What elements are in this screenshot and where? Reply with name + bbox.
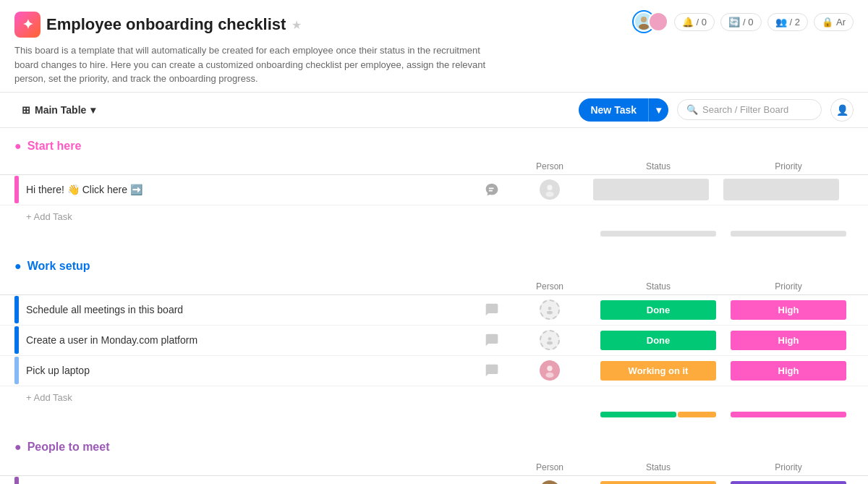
bell-count: / 0 bbox=[697, 17, 707, 27]
svg-point-3 bbox=[546, 192, 554, 197]
task-name: Head of marketing bbox=[26, 479, 483, 484]
task-priority-col: High bbox=[723, 300, 854, 320]
task-row-task-5[interactable]: Head of marketing Working on it Medium bbox=[0, 476, 868, 485]
chat-icon[interactable] bbox=[483, 181, 501, 198]
col-header-person: Person bbox=[506, 161, 593, 171]
person-filter-button[interactable]: 👤 bbox=[830, 98, 854, 122]
favorite-icon[interactable]: ★ bbox=[292, 18, 302, 32]
chat-icon[interactable] bbox=[483, 362, 501, 379]
task-name: Hi there! 👋 Click here ➡️ bbox=[26, 178, 483, 201]
header-stat-updates[interactable]: 🔄 / 0 bbox=[720, 13, 761, 31]
header-stat-bell[interactable]: 🔔 / 0 bbox=[674, 13, 715, 31]
task-color-bar bbox=[14, 296, 19, 323]
status-badge-empty-task-1[interactable] bbox=[593, 179, 709, 200]
chat-icon[interactable] bbox=[483, 301, 501, 318]
column-headers-people-to-meet: Person Status Priority bbox=[0, 459, 868, 476]
group-summary-start-here bbox=[0, 228, 868, 248]
group-title[interactable]: Start here bbox=[27, 140, 82, 153]
task-row-task-2[interactable]: Schedule all meetings in this board Done… bbox=[0, 295, 868, 326]
column-headers-work-setup: Person Status Priority bbox=[0, 279, 868, 295]
task-person-empty[interactable] bbox=[540, 330, 560, 350]
task-status-col: Done bbox=[593, 300, 723, 320]
summary-priority-col bbox=[723, 412, 854, 417]
col-header-person: Person bbox=[506, 462, 593, 472]
group-collapse-icon[interactable]: ● bbox=[14, 441, 22, 454]
priority-badge-empty-task-1[interactable] bbox=[723, 179, 839, 200]
more-label: Ar bbox=[836, 17, 846, 27]
group-collapse-icon[interactable]: ● bbox=[14, 140, 22, 153]
task-name: Create a user in Monday.com platform bbox=[26, 328, 483, 352]
priority-badge-task-3[interactable]: High bbox=[731, 331, 846, 350]
task-row-task-3[interactable]: Create a user in Monday.com platform Don… bbox=[0, 326, 868, 356]
task-name: Pick up laptop bbox=[26, 359, 483, 382]
col-header-status: Status bbox=[593, 161, 723, 171]
app-logo: ✦ bbox=[14, 12, 41, 38]
people-count: / 2 bbox=[790, 17, 800, 27]
group-title[interactable]: People to meet bbox=[27, 441, 110, 454]
updates-count: / 0 bbox=[743, 17, 753, 27]
svg-point-2 bbox=[547, 185, 552, 190]
task-row-task-4[interactable]: Pick up laptop Working on it High bbox=[0, 356, 868, 386]
add-task-label: + Add Task bbox=[26, 211, 72, 222]
new-task-button[interactable]: New Task ▾ bbox=[579, 98, 668, 122]
group-work-setup: ● Work setup Person Status Priority Sche… bbox=[0, 248, 868, 429]
status-badge-task-2[interactable]: Done bbox=[600, 300, 716, 320]
task-person-empty[interactable] bbox=[540, 300, 560, 320]
task-priority-col: High bbox=[723, 361, 854, 381]
toolbar: ⊞ Main Table ▾ New Task ▾ 🔍 Search / Fil… bbox=[0, 93, 868, 128]
svg-point-8 bbox=[547, 366, 552, 371]
task-status-col: Done bbox=[593, 331, 723, 350]
group-collapse-icon[interactable]: ● bbox=[14, 260, 22, 273]
avatar-group[interactable] bbox=[634, 12, 668, 32]
header-stat-more[interactable]: 🔒 Ar bbox=[814, 13, 854, 31]
add-task-label: + Add Task bbox=[26, 392, 72, 403]
status-bars bbox=[600, 231, 716, 237]
avatar-secondary[interactable] bbox=[648, 12, 668, 32]
col-header-priority: Priority bbox=[723, 281, 854, 292]
status-badge-task-4[interactable]: Working on it bbox=[600, 361, 716, 381]
task-person-col bbox=[506, 360, 593, 381]
col-header-status: Status bbox=[593, 462, 723, 472]
group-title[interactable]: Work setup bbox=[27, 260, 90, 273]
task-status-col: Working on it bbox=[593, 361, 723, 381]
status-badge-task-3[interactable]: Done bbox=[600, 331, 716, 350]
priority-badge-task-5[interactable]: Medium bbox=[731, 481, 846, 485]
header-actions: 🔔 / 0 🔄 / 0 👥 / 2 🔒 Ar bbox=[634, 12, 854, 32]
task-person-avatar bbox=[540, 360, 560, 381]
group-people-to-meet: ● People to meet Person Status Priority … bbox=[0, 429, 868, 485]
group-header-work-setup: ● Work setup bbox=[0, 248, 868, 279]
table-chevron-icon: ▾ bbox=[90, 104, 95, 116]
header-description: This board is a template that will autom… bbox=[14, 43, 506, 86]
add-task-button-work-setup[interactable]: + Add Task bbox=[0, 386, 868, 409]
priority-bars bbox=[731, 412, 846, 417]
task-status-col bbox=[593, 179, 723, 200]
task-row-task-1[interactable]: Hi there! 👋 Click here ➡️ bbox=[0, 175, 868, 205]
person-filter-icon: 👤 bbox=[836, 104, 848, 116]
priority-badge-task-2[interactable]: High bbox=[731, 300, 846, 320]
column-headers-start-here: Person Status Priority bbox=[0, 158, 868, 175]
task-person-col bbox=[506, 480, 593, 484]
new-task-label: New Task bbox=[579, 98, 648, 122]
add-task-button-start-here[interactable]: + Add Task bbox=[0, 205, 868, 228]
summary-status-col bbox=[593, 231, 723, 237]
table-selector[interactable]: ⊞ Main Table ▾ bbox=[14, 100, 103, 120]
task-priority-col bbox=[723, 179, 854, 200]
chat-icon[interactable] bbox=[483, 331, 501, 349]
summary-status-bar bbox=[600, 231, 716, 237]
priority-badge-task-4[interactable]: High bbox=[731, 361, 846, 381]
search-filter-box[interactable]: 🔍 Search / Filter Board bbox=[677, 99, 822, 120]
task-person-avatar bbox=[540, 480, 560, 484]
task-person-col bbox=[506, 330, 593, 350]
summary-status-bar bbox=[678, 412, 716, 417]
new-task-arrow-icon[interactable]: ▾ bbox=[648, 98, 668, 122]
search-placeholder-text: Search / Filter Board bbox=[702, 104, 788, 115]
col-header-status: Status bbox=[593, 281, 723, 292]
status-badge-task-5[interactable]: Working on it bbox=[600, 481, 716, 485]
table-grid-icon: ⊞ bbox=[22, 104, 30, 116]
svg-point-5 bbox=[547, 311, 553, 315]
svg-point-0 bbox=[641, 17, 647, 22]
svg-point-6 bbox=[548, 337, 552, 341]
header-stat-people[interactable]: 👥 / 2 bbox=[767, 13, 808, 31]
people-icon: 👥 bbox=[775, 17, 787, 27]
svg-point-7 bbox=[547, 341, 553, 345]
